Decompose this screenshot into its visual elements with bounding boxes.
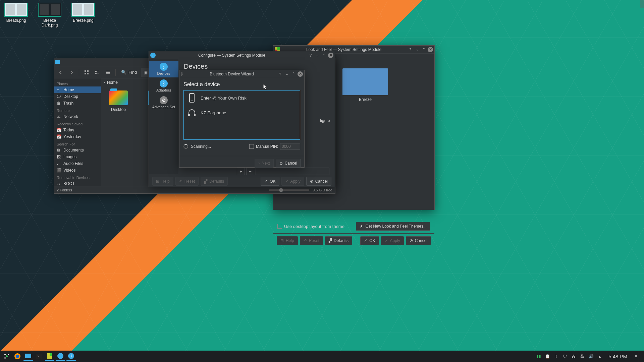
titlebar[interactable]: ᛒ Bluetooth Device Wizard ? ⌄ ⌃ ✕ xyxy=(179,70,304,78)
view-icons-button[interactable] xyxy=(82,68,91,77)
right-edge-handle[interactable] xyxy=(640,0,644,8)
free-space: 9.5 GiB free xyxy=(313,188,332,192)
titlebar[interactable]: i Configure — System Settings Module ? ⌄… xyxy=(149,51,335,59)
sidebar-item-videos[interactable]: 🎬Videos xyxy=(54,167,101,174)
taskbar-info[interactable] xyxy=(56,352,65,361)
tray-bluetooth-icon[interactable]: ᛒ xyxy=(553,354,559,359)
sidebar-item-boot[interactable]: ⛀BOOT xyxy=(54,180,101,186)
undo-icon: ↶ xyxy=(179,179,182,184)
show-desktop-button[interactable] xyxy=(639,351,642,362)
minimize-icon[interactable]: ⌄ xyxy=(315,53,320,58)
view-details-button[interactable] xyxy=(103,68,113,77)
sidebar-item-images[interactable]: 🖼Images xyxy=(54,154,101,160)
device-label: KZ Earphone xyxy=(201,110,226,115)
svg-point-20 xyxy=(4,354,6,355)
tray-volume-icon[interactable]: 🔊 xyxy=(588,354,594,359)
use-layout-checkbox[interactable]: Use desktop layout from theme xyxy=(277,224,344,229)
close-icon[interactable]: ✕ xyxy=(328,53,333,58)
sidebar-item-audio[interactable]: ♪Audio Files xyxy=(54,160,101,167)
get-new-themes-button[interactable]: ★ Get New Look and Feel Themes... xyxy=(356,222,430,231)
ok-button[interactable]: ✓OK xyxy=(261,177,279,186)
image-icon: 🖼 xyxy=(57,155,61,159)
help-button[interactable]: ⊞Help xyxy=(277,236,298,245)
reset-button[interactable]: ↶Reset xyxy=(175,177,199,186)
next-button[interactable]: ›Next xyxy=(255,159,274,168)
minimize-icon[interactable]: ⌄ xyxy=(414,47,420,52)
zoom-slider[interactable] xyxy=(269,189,309,191)
close-icon[interactable]: ✕ xyxy=(428,47,433,52)
back-button[interactable] xyxy=(56,68,65,77)
desktop-icon-breath[interactable]: Breath.png xyxy=(3,3,30,27)
theme-breeze[interactable]: Breeze xyxy=(342,68,388,102)
sidebar: Places ⌂Home 🖵Desktop 🗑Trash Remote 🖧Net… xyxy=(54,78,101,186)
folder-icon xyxy=(55,60,61,65)
calendar-icon: 📅 xyxy=(57,128,61,132)
sidebar-item-today[interactable]: 📅Today xyxy=(54,127,101,133)
tray-printer-icon[interactable]: 🖶 xyxy=(580,354,585,359)
taskbar-dolphin[interactable] xyxy=(23,352,33,361)
taskbar-bluetooth[interactable]: ᛒ xyxy=(66,352,76,361)
defaults-button[interactable]: ▞Defaults xyxy=(201,177,228,186)
reset-button[interactable]: ↶Reset xyxy=(300,236,323,245)
maximize-icon[interactable]: ⌃ xyxy=(291,71,296,77)
cat-devices[interactable]: ᛒDevices xyxy=(149,61,178,77)
help-button[interactable]: ⊞Help xyxy=(152,177,173,186)
svg-rect-6 xyxy=(85,73,86,74)
cancel-button[interactable]: ⊘Cancel xyxy=(306,177,331,186)
apply-button[interactable]: ✓Apply xyxy=(281,177,304,186)
cat-advanced[interactable]: ⚙Advanced Set xyxy=(149,94,178,111)
desktop-icon-breeze[interactable]: Breeze.png xyxy=(70,3,97,27)
options-row: Use desktop layout from theme ★ Get New … xyxy=(273,219,434,233)
ok-button[interactable]: ✓OK xyxy=(360,236,379,245)
tray-expand-icon[interactable]: ▴ xyxy=(597,354,602,359)
cancel-button[interactable]: ⊘Cancel xyxy=(276,159,301,168)
wizard-button-row: ›Next ⊘Cancel xyxy=(179,156,304,170)
sidebar-item-trash[interactable]: 🗑Trash xyxy=(54,100,101,107)
sidebar-item-yesterday[interactable]: 📅Yesterday xyxy=(54,133,101,140)
tray-clipboard-icon[interactable]: 📋 xyxy=(545,354,550,359)
taskbar-settings[interactable] xyxy=(45,352,54,361)
maximize-icon[interactable]: ⌃ xyxy=(421,47,426,52)
spinner-icon xyxy=(183,144,188,149)
start-menu-button[interactable] xyxy=(2,352,11,361)
taskbar-terminal[interactable]: >_ xyxy=(34,352,44,361)
clock[interactable]: 5:48 PM xyxy=(608,354,627,359)
maximize-icon[interactable]: ⌃ xyxy=(321,53,327,58)
preview-icon: ▣ xyxy=(144,70,148,75)
desktop-icon-breeze-dark[interactable]: Breeze Dark.png xyxy=(36,3,63,27)
help-icon[interactable]: ? xyxy=(408,47,413,52)
sidebar-item-home[interactable]: ⌂Home xyxy=(54,86,101,93)
chevron-right-icon: › xyxy=(104,80,105,85)
cat-adapters[interactable]: ᛒAdapters xyxy=(149,77,178,94)
manual-pin-checkbox[interactable]: Manual PIN: xyxy=(249,144,278,149)
svg-rect-3 xyxy=(55,60,60,64)
svg-rect-8 xyxy=(95,71,97,72)
check-icon: ✓ xyxy=(285,179,288,184)
close-icon[interactable]: ✕ xyxy=(298,71,303,77)
check-icon: ✓ xyxy=(264,179,268,184)
defaults-button[interactable]: ▞Defaults xyxy=(325,236,352,245)
folder-desktop[interactable]: Desktop xyxy=(105,90,132,112)
pin-input[interactable] xyxy=(280,143,300,150)
sidebar-item-desktop[interactable]: 🖵Desktop xyxy=(54,93,101,100)
cancel-button[interactable]: ⊘Cancel xyxy=(406,236,431,245)
tray-shield-icon[interactable]: 🛡 xyxy=(562,354,568,359)
sidebar-item-network[interactable]: 🖧Network xyxy=(54,113,101,120)
device-item-earphone[interactable]: KZ Earphone xyxy=(184,105,300,120)
minimize-icon[interactable]: ⌄ xyxy=(284,71,289,77)
taskbar-firefox[interactable] xyxy=(13,352,22,361)
forward-button[interactable] xyxy=(67,68,76,77)
device-list[interactable]: Enter @ Your Own Risk KZ Earphone xyxy=(183,90,300,140)
tray-menu-icon[interactable]: ≡ xyxy=(633,354,639,359)
tray-manjaro-icon[interactable]: ▮▮ xyxy=(536,354,541,359)
network-icon: 🖧 xyxy=(57,114,61,119)
sidebar-item-documents[interactable]: 🗎Documents xyxy=(54,147,101,154)
breadcrumb-item[interactable]: Home xyxy=(107,80,118,85)
help-icon[interactable]: ? xyxy=(277,71,283,77)
help-icon[interactable]: ? xyxy=(308,53,313,58)
tray-network-icon[interactable]: 🖧 xyxy=(571,354,576,359)
find-button[interactable]: 🔍Find xyxy=(118,68,140,77)
device-item-phone[interactable]: Enter @ Your Own Risk xyxy=(184,90,300,105)
view-compact-button[interactable] xyxy=(93,68,102,77)
apply-button[interactable]: ✓Apply xyxy=(381,236,404,245)
